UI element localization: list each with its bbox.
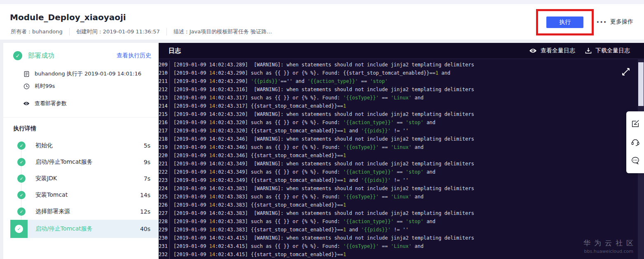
step-label: 启动/停止Tomcat服务: [35, 225, 93, 233]
log-line: 214[2019-01-09 14:02:43.317] {{start_sto…: [159, 102, 638, 110]
line-number: 231: [159, 242, 170, 250]
deployment-status-panel: ✓ 部署成功 查看执行历史 buhandong 执行于 2019-01-09 1…: [3, 43, 159, 259]
view-history-link[interactable]: 查看执行历史: [117, 52, 151, 59]
eye-icon: [529, 48, 537, 54]
log-text: [2019-01-09 14:02:43.346] [WARNING]: whe…: [173, 135, 474, 143]
line-number: 232: [159, 250, 170, 259]
step-row[interactable]: ✓安装Tomcat14s: [3, 187, 159, 203]
log-text: [2019-01-09 14:02:43.289] [WARNING]: whe…: [173, 61, 474, 69]
support-headset-icon[interactable]: [630, 137, 640, 147]
log-line: 211[2019-01-09 14:02:43.290] '{{pids}}'=…: [159, 77, 638, 85]
line-number: 213: [159, 94, 170, 102]
log-text: [2019-01-09 14:02:43.383] [WARNING]: whe…: [173, 184, 474, 193]
download-full-log-button[interactable]: 下载全量日志: [585, 47, 630, 54]
line-number: 222: [159, 168, 170, 176]
duration-text: 耗时99s: [35, 82, 55, 90]
step-check-icon: ✓: [17, 191, 26, 199]
eye-icon: [23, 100, 30, 107]
log-panel: 日志 查看全量日志 下载全量日志 209[2019-01-09 14:02:43…: [159, 43, 644, 259]
log-line: 224[2019-01-09 14:02:43.383] [WARNING]: …: [159, 184, 638, 193]
step-check-icon: ✓: [17, 158, 26, 166]
expand-fullscreen-icon[interactable]: [621, 67, 631, 77]
step-check-icon: ✓: [15, 225, 23, 233]
line-number: 230: [159, 234, 170, 242]
line-number: 212: [159, 85, 170, 94]
deploy-status-text: 部署成功: [28, 52, 54, 60]
line-number: 226: [159, 201, 170, 209]
line-number: 223: [159, 176, 170, 184]
line-number: 210: [159, 69, 170, 77]
view-full-log-button[interactable]: 查看全量日志: [529, 47, 575, 54]
step-label: 启动/停止Tomcat服务: [35, 158, 93, 166]
view-params-link[interactable]: 查看部署参数: [35, 100, 67, 107]
line-number: 227: [159, 209, 170, 217]
log-line: 219[2019-01-09 14:02:43.346] such as {{ …: [159, 143, 638, 151]
log-line: 221[2019-01-09 14:02:43.349] [WARNING]: …: [159, 160, 638, 168]
executed-by-text: buhandong 执行于 2019-01-09 14:01:16: [35, 70, 141, 78]
log-line: 226[2019-01-09 14:02:43.383] {{start_sto…: [159, 201, 638, 209]
step-row[interactable]: ✓启动/停止Tomcat服务9s: [3, 154, 159, 170]
log-line: 227[2019-01-09 14:02:43.383] [WARNING]: …: [159, 209, 638, 217]
log-text: [2019-01-09 14:02:43.349] such as {{ }} …: [173, 168, 436, 176]
step-row[interactable]: ✓启动/停止Tomcat服务40s: [3, 220, 159, 238]
log-text: [2019-01-09 14:02:43.383] [WARNING]: whe…: [173, 209, 474, 217]
header-meta: 所有者：buhandong 创建时间：2019-01-09 11:36:57 描…: [11, 28, 279, 35]
log-line: 229[2019-01-09 14:02:43.383] {{start_sto…: [159, 226, 638, 234]
log-line: 215[2019-01-09 14:02:43.320] [WARNING]: …: [159, 110, 638, 118]
log-text: [2019-01-09 14:02:43.346] such as {{ }} …: [173, 143, 424, 151]
log-text: [2019-01-09 14:02:43.320] such as {{ }} …: [173, 118, 436, 127]
owner-meta: 所有者：buhandong: [11, 28, 69, 35]
ellipsis-icon: •••: [596, 19, 607, 25]
clock-icon: [23, 83, 30, 89]
chat-bubble-icon[interactable]: [630, 156, 640, 166]
log-line: 223[2019-01-09 14:02:43.349] {{start_sto…: [159, 176, 638, 184]
page-header: Module_Deploy_xiaoyaoji 所有者：buhandong 创建…: [0, 4, 644, 40]
step-duration: 9s: [144, 159, 150, 165]
step-list: ✓初始化5s✓启动/停止Tomcat服务9s✓安装JDK7s✓安装Tomcat1…: [3, 137, 159, 238]
log-line: 222[2019-01-09 14:02:43.349] such as {{ …: [159, 168, 638, 176]
log-title: 日志: [169, 47, 181, 55]
feedback-edit-icon[interactable]: [630, 119, 640, 129]
line-number: 211: [159, 77, 170, 85]
description-meta: 描述：Java项目的模板部署任务 验证路…: [166, 28, 279, 35]
page-title: Module_Deploy_xiaoyaoji: [10, 12, 126, 22]
log-line: 217[2019-01-09 14:02:43.320] {{start_sto…: [159, 127, 638, 135]
log-text: [2019-01-09 14:02:43.415] [WARNING]: whe…: [173, 234, 474, 242]
line-number: 214: [159, 102, 170, 110]
line-number: 215: [159, 110, 170, 118]
log-line: 225[2019-01-09 14:02:43.383] such as {{ …: [159, 193, 638, 201]
log-scrollbar-thumb[interactable]: [638, 62, 644, 106]
log-text: [2019-01-09 14:02:43.320] {{start_stop_t…: [173, 127, 409, 135]
line-number: 220: [159, 151, 170, 160]
line-number: 229: [159, 226, 170, 234]
step-duration: 5s: [144, 142, 150, 149]
log-text: [2019-01-09 14:02:43.415] {{start_stop_t…: [173, 250, 346, 259]
log-text: [2019-01-09 14:02:43.383] such as {{ }} …: [173, 193, 424, 201]
log-text: [2019-01-09 14:02:43.317] {{start_stop_t…: [173, 102, 346, 110]
log-line: 230[2019-01-09 14:02:43.415] [WARNING]: …: [159, 234, 638, 242]
log-text: [2019-01-09 14:02:43.316] [WARNING]: whe…: [173, 85, 474, 94]
step-row[interactable]: ✓安装JDK7s: [3, 170, 159, 187]
step-row[interactable]: ✓初始化5s: [3, 137, 159, 154]
execution-details-title: 执行详情: [3, 118, 159, 132]
log-line: 212[2019-01-09 14:02:43.316] [WARNING]: …: [159, 85, 638, 94]
log-text: [2019-01-09 14:02:43.290] '{{pids}}'==''…: [173, 77, 388, 85]
log-line: 213[2019-01-09 14:02:43.317] such as {{ …: [159, 94, 638, 102]
log-line: 209[2019-01-09 14:02:43.289] [WARNING]: …: [159, 61, 638, 69]
log-text: [2019-01-09 14:02:43.415] such as {{ }} …: [173, 242, 424, 250]
step-check-icon: ✓: [17, 141, 26, 150]
step-row[interactable]: ✓选择部署来源12s: [3, 203, 159, 220]
step-label: 选择部署来源: [35, 208, 70, 215]
annotation-highlight-box: 执行: [536, 9, 594, 35]
line-number: 221: [159, 160, 170, 168]
log-text: [2019-01-09 14:02:43.383] {{start_stop_t…: [173, 226, 409, 234]
log-line: 228[2019-01-09 14:02:43.383] such as {{ …: [159, 217, 638, 226]
step-check-icon: ✓: [17, 174, 26, 183]
more-actions-button[interactable]: ••• 更多操作: [596, 18, 633, 26]
line-number: 217: [159, 127, 170, 135]
line-number: 209: [159, 61, 170, 69]
execute-button[interactable]: 执行: [546, 16, 583, 28]
log-line: 220[2019-01-09 14:02:43.346] {{start_sto…: [159, 151, 638, 160]
line-number: 228: [159, 217, 170, 226]
document-icon: [23, 71, 30, 77]
